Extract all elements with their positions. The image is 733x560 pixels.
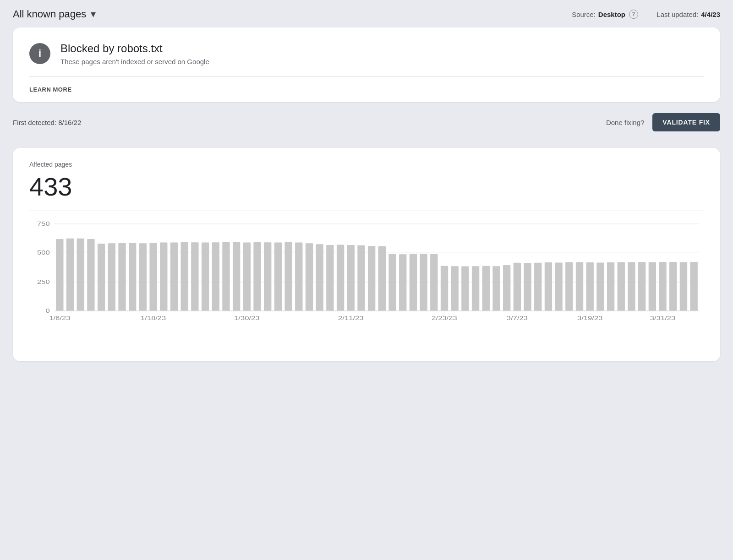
svg-rect-59 [586,262,594,311]
svg-rect-43 [420,254,427,311]
svg-rect-26 [243,243,251,311]
affected-pages-label: Affected pages [29,161,704,168]
top-bar-left: All known pages ▾ [13,8,96,20]
svg-text:3/19/23: 3/19/23 [577,315,602,321]
svg-rect-58 [576,262,583,311]
svg-rect-23 [212,242,219,311]
svg-rect-19 [170,243,178,311]
svg-rect-30 [284,242,292,311]
svg-rect-33 [316,244,323,311]
svg-rect-32 [306,243,313,311]
svg-rect-18 [160,243,167,311]
svg-rect-39 [378,246,386,311]
svg-text:2/11/23: 2/11/23 [338,315,363,321]
svg-text:1/18/23: 1/18/23 [141,315,166,321]
info-card-bottom: LEARN MORE [29,77,704,102]
svg-rect-36 [347,245,355,311]
svg-rect-46 [451,266,459,311]
info-card-subtitle: These pages aren't indexed or served on … [60,58,209,65]
svg-rect-8 [56,239,63,311]
svg-rect-40 [388,254,396,311]
svg-rect-37 [357,245,365,311]
svg-rect-25 [233,242,240,311]
detected-row: First detected: 8/16/22 Done fixing? VAL… [13,102,720,140]
svg-rect-16 [139,243,147,311]
svg-rect-68 [680,262,687,311]
svg-text:250: 250 [37,278,50,285]
svg-rect-20 [181,242,188,311]
updated-value: 4/4/23 [701,11,720,18]
svg-rect-48 [472,266,479,311]
svg-rect-50 [492,266,500,311]
svg-rect-38 [368,246,375,311]
info-card-text: Blocked by robots.txt These pages aren't… [60,42,209,65]
svg-rect-14 [118,243,126,311]
svg-rect-49 [482,266,490,311]
svg-rect-60 [596,263,604,311]
svg-text:1/30/23: 1/30/23 [234,315,259,321]
svg-text:3/31/23: 3/31/23 [650,315,675,321]
svg-rect-61 [607,262,614,311]
top-bar-right: Source: Desktop ? Last updated: 4/4/23 [572,10,720,19]
svg-rect-56 [555,263,562,311]
svg-rect-67 [669,262,677,311]
svg-rect-9 [66,239,74,311]
learn-more-button[interactable]: LEARN MORE [29,86,72,93]
svg-rect-13 [108,243,115,311]
svg-rect-27 [253,242,261,311]
svg-rect-17 [149,243,157,311]
chart-area: 02505007501/6/231/18/231/30/232/11/232/2… [29,211,704,361]
svg-rect-11 [87,239,94,311]
svg-text:3/7/23: 3/7/23 [507,315,528,321]
info-card: i Blocked by robots.txt These pages aren… [13,27,720,102]
svg-rect-34 [326,245,334,311]
svg-rect-64 [638,262,645,311]
svg-rect-62 [618,262,625,311]
svg-rect-12 [98,244,105,311]
affected-pages-card: Affected pages 433 02505007501/6/231/18/… [13,148,720,361]
source-label: Source: [572,11,596,18]
svg-rect-42 [410,254,417,311]
svg-rect-66 [659,262,666,311]
chart-svg: 02505007501/6/231/18/231/30/232/11/232/2… [55,219,699,343]
svg-rect-28 [264,242,271,311]
svg-rect-21 [191,242,198,311]
info-icon: i [29,43,50,64]
first-detected-text: First detected: 8/16/22 [13,119,81,126]
svg-rect-15 [129,243,136,311]
dropdown-icon[interactable]: ▾ [91,8,96,20]
svg-rect-24 [222,242,230,311]
svg-rect-69 [690,262,697,311]
svg-rect-65 [649,262,656,311]
help-icon[interactable]: ? [629,10,638,19]
main-container: i Blocked by robots.txt These pages aren… [0,27,733,374]
svg-rect-53 [524,263,531,311]
svg-rect-54 [534,263,542,311]
svg-rect-55 [545,262,552,311]
page-title: All known pages [13,8,86,20]
svg-rect-10 [77,239,84,311]
top-bar: All known pages ▾ Source: Desktop ? Last… [0,0,733,27]
svg-rect-29 [274,243,282,311]
svg-rect-51 [503,265,510,311]
source-value: Desktop [598,11,625,18]
svg-text:2/23/23: 2/23/23 [432,315,457,321]
svg-text:750: 750 [37,220,50,227]
svg-rect-31 [295,243,302,311]
svg-text:0: 0 [46,307,50,314]
svg-rect-45 [441,266,448,311]
svg-rect-63 [628,262,635,311]
separator [645,11,649,18]
detected-right: Done fixing? VALIDATE FIX [606,113,720,131]
svg-rect-47 [461,266,469,311]
svg-rect-44 [430,254,438,311]
svg-rect-35 [337,245,344,311]
svg-rect-41 [399,254,406,311]
affected-pages-count: 433 [29,172,704,201]
updated-label: Last updated: [656,11,698,18]
done-fixing-text: Done fixing? [606,119,644,126]
info-card-top: i Blocked by robots.txt These pages aren… [29,42,704,76]
validate-fix-button[interactable]: VALIDATE FIX [652,113,720,131]
info-card-title: Blocked by robots.txt [60,42,209,55]
svg-text:500: 500 [37,249,50,256]
